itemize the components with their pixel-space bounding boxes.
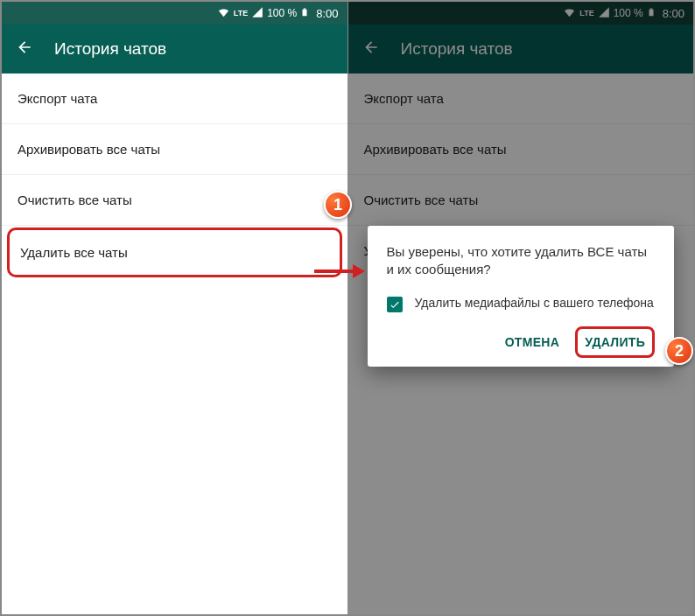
signal-icon <box>251 6 263 21</box>
menu-list: Экспорт чата Архивировать все чаты Очист… <box>2 74 348 614</box>
dialog-message: Вы уверены, что хотите удалить ВСЕ чаты … <box>387 243 656 279</box>
back-arrow-icon[interactable] <box>16 38 33 60</box>
clock: 8:00 <box>316 7 338 20</box>
battery-pct: 100 % <box>267 7 297 19</box>
delete-media-checkbox-row[interactable]: Удалить медиафайлы с вашего телефона <box>387 295 656 312</box>
screen-right: LTE 100 % 8:00 История чатов Экспорт чат… <box>348 2 694 614</box>
confirm-dialog: Вы уверены, что хотите удалить ВСЕ чаты … <box>368 226 675 367</box>
checkbox-checked-icon[interactable] <box>387 297 403 312</box>
callout-2: 2 <box>665 337 693 365</box>
delete-button[interactable]: УДАЛИТЬ <box>575 326 655 358</box>
app-bar: История чатов <box>2 24 348 74</box>
dialog-actions: ОТМЕНА УДАЛИТЬ <box>387 326 656 358</box>
svg-rect-0 <box>303 9 307 16</box>
checkbox-label: Удалить медиафайлы с вашего телефона <box>415 295 654 312</box>
page-title: История чатов <box>54 39 166 59</box>
status-bar: LTE 100 % 8:00 <box>2 2 348 24</box>
menu-export-chat[interactable]: Экспорт чата <box>2 74 348 124</box>
svg-rect-1 <box>304 8 306 9</box>
menu-archive-all[interactable]: Архивировать все чаты <box>2 124 348 175</box>
arrow-icon <box>314 264 365 278</box>
menu-clear-all[interactable]: Очистить все чаты <box>2 175 348 226</box>
menu-delete-all[interactable]: Удалить все чаты <box>7 228 342 277</box>
wifi-icon <box>217 5 230 21</box>
cancel-button[interactable]: ОТМЕНА <box>496 326 568 358</box>
callout-1: 1 <box>324 191 352 219</box>
screen-left: LTE 100 % 8:00 История чатов Экспорт чат… <box>2 2 348 614</box>
lte-label: LTE <box>234 9 248 18</box>
battery-icon <box>300 5 309 22</box>
